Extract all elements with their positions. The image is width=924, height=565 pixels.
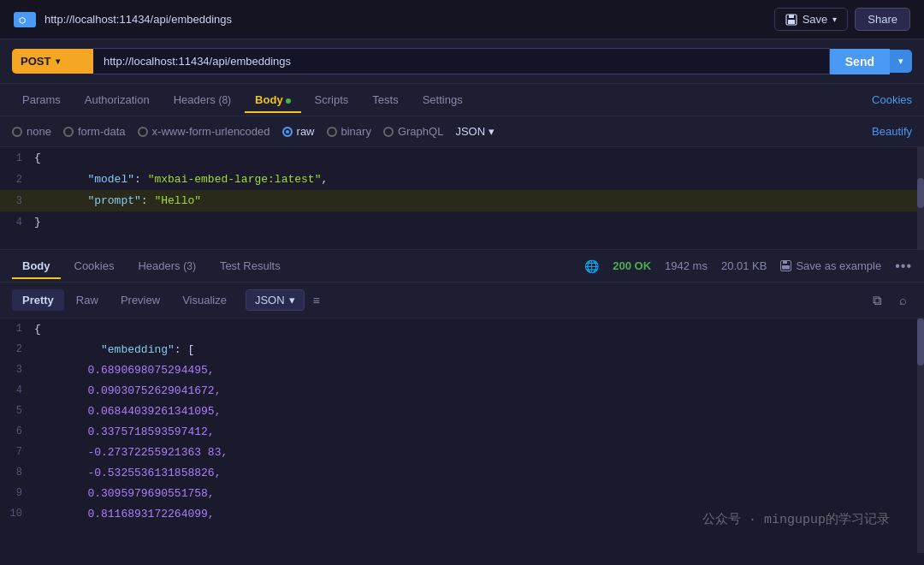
save-icon	[785, 14, 797, 26]
response-body: 1 { 2 "embedding": [ 3 0.689069807529449…	[0, 318, 924, 553]
fmt-tab-pretty[interactable]: Pretty	[12, 289, 64, 311]
radio-none[interactable]: none	[12, 125, 51, 138]
search-icon: ⌕	[899, 293, 907, 307]
resp-line-10: 10 0.8116893172264099,	[0, 503, 924, 524]
radio-binary[interactable]: binary	[327, 125, 371, 138]
globe-icon: 🌐	[584, 259, 599, 273]
save-chevron: ▾	[832, 15, 837, 24]
json-format-chevron: ▾	[489, 125, 495, 138]
radio-graphql[interactable]: GraphQL	[383, 125, 443, 138]
resp-tab-headers[interactable]: Headers (3)	[127, 253, 205, 279]
json-format-select[interactable]: JSON ▾	[455, 125, 495, 138]
tabs-row: Params Authorization Headers (8) Body Sc…	[0, 84, 924, 116]
radio-circle-graphql	[383, 127, 394, 137]
app-icon: ⬡	[14, 12, 36, 27]
save-button[interactable]: Save ▾	[774, 8, 849, 31]
response-scrollbar[interactable]	[917, 318, 924, 553]
search-button[interactable]: ⌕	[894, 289, 912, 311]
tab-params[interactable]: Params	[12, 86, 71, 113]
body-opts-left: none form-data x-www-form-urlencoded raw…	[12, 125, 495, 138]
title-left: ⬡ http://localhost:11434/api/embeddings	[14, 12, 232, 27]
response-size: 20.01 KB	[721, 259, 767, 272]
beautify-button[interactable]: Beautify	[872, 125, 912, 138]
tab-tests[interactable]: Tests	[362, 86, 408, 113]
save-as-example-label: Save as example	[796, 259, 881, 272]
tab-scripts[interactable]: Scripts	[305, 86, 359, 113]
response-time: 1942 ms	[665, 259, 708, 272]
resp-line-6: 6 0.3375718593597412,	[0, 421, 924, 442]
radio-circle-urlencoded	[138, 127, 148, 137]
radio-form-data[interactable]: form-data	[63, 125, 126, 138]
save-label: Save	[803, 13, 828, 26]
response-format-right: ⧉ ⌕	[868, 289, 912, 312]
save-example-icon	[780, 260, 791, 271]
response-scrollbar-thumb	[917, 318, 924, 366]
body-options: none form-data x-www-form-urlencoded raw…	[0, 116, 924, 147]
radio-urlencoded[interactable]: x-www-form-urlencoded	[138, 125, 270, 138]
tab-settings[interactable]: Settings	[412, 86, 473, 113]
fmt-tab-visualize[interactable]: Visualize	[172, 289, 237, 311]
response-status-info: 🌐 200 OK 1942 ms 20.01 KB Save as exampl…	[584, 259, 912, 274]
send-chevron-button[interactable]: ▾	[890, 50, 912, 73]
resp-line-7: 7 -0.27372255921363 83,	[0, 442, 924, 462]
resp-tab-test-results[interactable]: Test Results	[210, 253, 291, 279]
filter-button[interactable]: ≡	[306, 290, 327, 311]
copy-icon: ⧉	[873, 293, 882, 307]
filter-icon: ≡	[313, 294, 320, 307]
svg-text:⬡: ⬡	[19, 16, 26, 25]
title-right: Save ▾ Share	[774, 8, 910, 31]
resp-line-8: 8 -0.5325536131858826,	[0, 462, 924, 483]
radio-raw[interactable]: raw	[282, 125, 315, 138]
more-options-button[interactable]: •••	[895, 259, 912, 274]
response-json-select[interactable]: JSON ▾	[246, 289, 305, 311]
share-button[interactable]: Share	[855, 8, 910, 31]
svg-rect-3	[789, 15, 794, 18]
response-format-bar: Pretty Raw Preview Visualize JSON ▾ ≡ ⧉ …	[0, 282, 924, 318]
fmt-tab-preview[interactable]: Preview	[110, 289, 170, 311]
response-json-label: JSON	[255, 294, 285, 306]
method-label: POST	[21, 55, 50, 68]
editor-scrollbar-thumb	[917, 178, 924, 209]
copy-button[interactable]: ⧉	[868, 289, 887, 312]
editor-scrollbar[interactable]	[917, 147, 924, 249]
send-button[interactable]: Send	[830, 49, 890, 74]
save-as-example-button[interactable]: Save as example	[780, 259, 881, 272]
title-url: http://localhost:11434/api/embeddings	[44, 13, 232, 26]
radio-circle-none	[12, 127, 22, 137]
json-format-label: JSON	[455, 125, 485, 138]
tab-headers[interactable]: Headers (8)	[163, 86, 241, 113]
fmt-tab-raw[interactable]: Raw	[66, 289, 109, 311]
tab-authorization[interactable]: Authorization	[74, 86, 160, 113]
code-editor: 1 { 2 "model": "mxbai-embed-large:latest…	[0, 147, 924, 250]
url-input[interactable]	[93, 48, 830, 74]
response-json-chevron: ▾	[289, 294, 295, 306]
radio-circle-raw	[282, 127, 293, 137]
radio-circle-form-data	[63, 127, 74, 137]
resp-line-9: 9 0.3095979690551758,	[0, 483, 924, 503]
cookies-link[interactable]: Cookies	[872, 93, 912, 106]
resp-line-5: 5 0.06844039261341095,	[0, 401, 924, 421]
method-select[interactable]: POST ▾	[12, 49, 93, 74]
svg-rect-4	[788, 20, 795, 24]
resp-tab-cookies[interactable]: Cookies	[64, 253, 125, 279]
request-bar: POST ▾ Send ▾	[0, 39, 924, 84]
radio-circle-binary	[327, 127, 337, 137]
resp-line-4: 4 0.09030752629041672,	[0, 380, 924, 401]
resp-line-3: 3 0.6890698075294495,	[0, 360, 924, 380]
response-format-tabs: Pretty Raw Preview Visualize JSON ▾ ≡	[12, 289, 327, 311]
tabs-left: Params Authorization Headers (8) Body Sc…	[12, 86, 473, 113]
status-ok: 200 OK	[613, 259, 651, 272]
svg-rect-7	[782, 265, 790, 270]
response-tabs: Body Cookies Headers (3) Test Results	[12, 253, 291, 279]
svg-rect-6	[783, 261, 787, 265]
resp-line-2: 2 "embedding": [	[0, 339, 924, 360]
tab-body[interactable]: Body	[245, 86, 301, 113]
method-chevron: ▾	[56, 56, 60, 66]
code-line-3: 3 "prompt": "Hello"	[0, 190, 924, 211]
title-bar: ⬡ http://localhost:11434/api/embeddings …	[0, 0, 924, 39]
response-header: Body Cookies Headers (3) Test Results 🌐 …	[0, 250, 924, 282]
resp-tab-body[interactable]: Body	[12, 253, 61, 279]
